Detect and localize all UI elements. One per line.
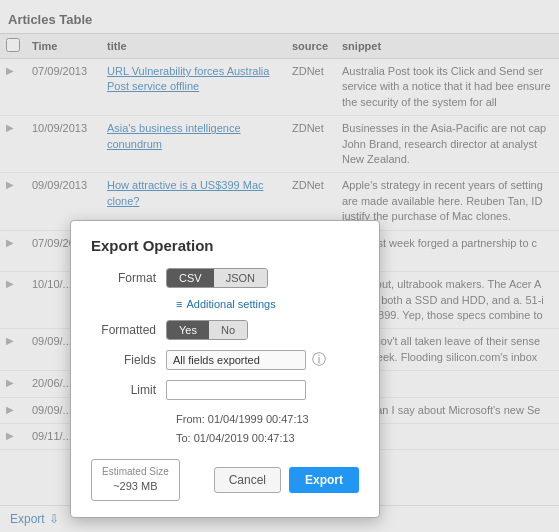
format-label: Format <box>91 271 166 285</box>
to-row: To: 01/04/2019 00:47:13 <box>176 429 359 448</box>
export-dialog: Export Operation Format CSV JSON ≡ Addit… <box>70 220 380 518</box>
estimated-size-label: Estimated Size <box>102 465 169 479</box>
from-to-section: From: 01/04/1999 00:47:13 To: 01/04/2019… <box>91 410 359 447</box>
format-row: Format CSV JSON <box>91 268 359 288</box>
to-label: To: <box>176 432 191 444</box>
settings-icon: ≡ <box>176 298 182 310</box>
export-button[interactable]: Export <box>289 467 359 493</box>
limit-row: Limit <box>91 380 359 400</box>
dialog-buttons: Cancel Export <box>214 467 359 493</box>
info-icon[interactable]: ⓘ <box>312 351 326 369</box>
additional-settings-row: ≡ Additional settings <box>91 298 359 310</box>
fields-row: Fields ⓘ <box>91 350 359 370</box>
from-row: From: 01/04/1999 00:47:13 <box>176 410 359 429</box>
limit-label: Limit <box>91 383 166 397</box>
format-csv-button[interactable]: CSV <box>167 269 214 287</box>
to-value: 01/04/2019 00:47:13 <box>194 432 295 444</box>
format-json-button[interactable]: JSON <box>214 269 267 287</box>
estimated-size-box: Estimated Size ~293 MB <box>91 459 180 500</box>
limit-input[interactable] <box>166 380 306 400</box>
formatted-label: Formatted <box>91 323 166 337</box>
formatted-no-button[interactable]: No <box>209 321 247 339</box>
fields-input[interactable] <box>166 350 306 370</box>
formatted-row: Formatted Yes No <box>91 320 359 340</box>
dialog-bottom: Estimated Size ~293 MB Cancel Export <box>91 459 359 500</box>
estimated-size-value: ~293 MB <box>102 479 169 494</box>
from-label: From: <box>176 413 205 425</box>
fields-label: Fields <box>91 353 166 367</box>
formatted-yes-button[interactable]: Yes <box>167 321 209 339</box>
format-toggle-group: CSV JSON <box>166 268 268 288</box>
from-value: 01/04/1999 00:47:13 <box>208 413 309 425</box>
dialog-title: Export Operation <box>91 237 359 254</box>
formatted-toggle-group: Yes No <box>166 320 248 340</box>
additional-settings-link[interactable]: Additional settings <box>186 298 275 310</box>
cancel-button[interactable]: Cancel <box>214 467 281 493</box>
